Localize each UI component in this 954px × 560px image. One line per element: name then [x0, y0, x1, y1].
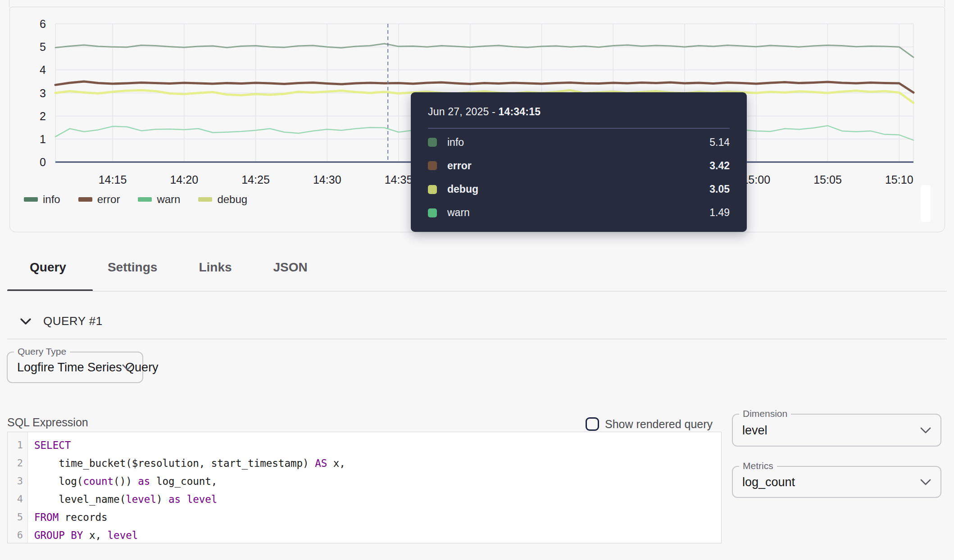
tooltip-swatch-error: [428, 161, 437, 170]
tooltip-swatch-info: [428, 138, 437, 147]
metrics-select[interactable]: Metrics log_count: [732, 466, 941, 498]
sql-text: log(: [34, 475, 83, 487]
tooltip-series-value: 3.05: [709, 183, 730, 195]
query-section-header[interactable]: QUERY #1: [20, 314, 103, 328]
tooltip-series-value: 1.49: [709, 207, 730, 219]
legend-item-error[interactable]: error: [78, 193, 120, 206]
sql-text: ()): [114, 475, 138, 487]
code-line-5: FROM records: [34, 508, 345, 526]
show-rendered-query-checkbox[interactable]: [586, 417, 599, 431]
tooltip-series-label: info: [447, 136, 464, 149]
tooltip-series-label: warn: [447, 207, 470, 219]
query-type-label: Query Type: [14, 346, 70, 357]
sql-text: x,: [83, 529, 107, 541]
tooltip-timestamp: Jun 27, 2025 - 14:34:15: [428, 106, 730, 118]
tooltip-row-debug: debug3.05: [428, 183, 730, 195]
legend-swatch-error: [78, 197, 92, 202]
sql-keyword: FROM: [34, 511, 59, 523]
code-line-2: time_bucket($resolution, start_timestamp…: [34, 454, 345, 472]
chevron-down-icon: [122, 364, 133, 371]
tooltip-time: 14:34:15: [498, 106, 541, 117]
line-number: 6: [8, 526, 27, 544]
tooltip-row-warn: warn1.49: [428, 207, 730, 219]
show-rendered-query-label: Show rendered query: [605, 418, 713, 431]
x-axis-tick-label: 14:25: [241, 173, 270, 186]
sql-expression-label: SQL Expression: [7, 416, 88, 429]
show-rendered-query-control: Show rendered query: [586, 417, 713, 431]
sql-keyword: count: [83, 475, 114, 487]
legend-swatch-debug: [198, 197, 212, 202]
legend-swatch-warn: [138, 197, 152, 202]
sql-keyword: level: [108, 529, 138, 541]
y-axis-tick-label: 6: [40, 18, 46, 30]
metrics-label: Metrics: [739, 461, 777, 471]
legend-label: warn: [157, 193, 180, 206]
sql-keyword: level: [187, 493, 218, 505]
sql-text: ): [156, 493, 168, 505]
x-axis-tick-label: 14:30: [313, 173, 341, 186]
tooltip-row-info: info5.14: [428, 136, 730, 149]
tooltip-rows: info5.14error3.42debug3.05warn1.49: [428, 131, 730, 225]
dimension-value: level: [742, 423, 768, 437]
dimension-select[interactable]: Dimension level: [732, 414, 941, 447]
tab-settings[interactable]: Settings: [108, 260, 157, 275]
editor-gutter: 123456: [8, 432, 28, 543]
tab-query[interactable]: Query: [30, 260, 66, 275]
x-axis-tick-label: 14:35: [385, 173, 413, 186]
chevron-down-icon: [920, 427, 931, 434]
x-axis-tick-label: 15:10: [885, 173, 913, 186]
tabs-divider: [7, 291, 947, 292]
chevron-down-icon: [920, 479, 931, 486]
line-number: 2: [8, 454, 27, 472]
chart-tooltip: Jun 27, 2025 - 14:34:15 info5.14error3.4…: [411, 92, 747, 232]
sql-text: level_name(: [34, 493, 126, 505]
panel-editor-tabs: Query Settings Links JSON: [30, 260, 308, 275]
query-type-select[interactable]: Query Type Logfire Time Series Query: [7, 352, 143, 383]
tab-links[interactable]: Links: [199, 260, 232, 275]
line-number: 3: [8, 472, 27, 490]
y-axis-tick-label: 3: [40, 87, 46, 99]
legend-label: error: [97, 193, 120, 206]
sql-text: time_bucket($resolution, start_timestamp…: [34, 457, 315, 469]
tooltip-divider: [428, 128, 730, 129]
tab-json[interactable]: JSON: [273, 260, 308, 275]
y-axis-tick-label: 2: [40, 110, 46, 122]
sql-text: log_count,: [150, 475, 217, 487]
sql-keyword: AS: [315, 457, 327, 469]
line-number: 1: [8, 436, 27, 454]
tooltip-series-label: debug: [447, 183, 478, 195]
y-axis-tick-label: 0: [40, 156, 46, 168]
tooltip-series-value: 3.42: [709, 160, 730, 172]
y-axis-tick-label: 1: [40, 133, 46, 145]
x-axis-tick-label: 14:20: [170, 173, 198, 186]
tooltip-swatch-warn: [428, 208, 437, 217]
legend-item-warn[interactable]: warn: [138, 193, 180, 206]
code-line-4: level_name(level) as level: [34, 490, 345, 508]
panel-border-stub-left: [9, 0, 9, 7]
tooltip-series-value: 5.14: [709, 136, 730, 149]
tooltip-row-error: error3.42: [428, 160, 730, 172]
panel-border-stub-right: [945, 0, 945, 7]
legend-label: info: [43, 193, 60, 206]
line-number: 4: [8, 490, 27, 508]
query-section-title: QUERY #1: [43, 314, 103, 328]
sql-code-editor[interactable]: 123456 SELECT time_bucket($resolution, s…: [7, 432, 722, 543]
code-line-3: log(count()) as log_count,: [34, 472, 345, 490]
y-axis-tick-label: 4: [40, 63, 46, 76]
tooltip-series-label: error: [447, 160, 472, 172]
sql-keyword: GROUP BY: [34, 529, 83, 541]
legend-item-debug[interactable]: debug: [198, 193, 247, 206]
section-divider: [7, 339, 947, 339]
chart-legend: infoerrorwarndebug: [24, 193, 247, 206]
legend-label: debug: [217, 193, 247, 206]
sql-keyword: as: [168, 493, 181, 505]
editor-code[interactable]: SELECT time_bucket($resolution, start_ti…: [28, 432, 345, 543]
scrollbar-thumb[interactable]: [921, 185, 931, 222]
metrics-value: log_count: [742, 475, 795, 489]
legend-item-info[interactable]: info: [24, 193, 60, 206]
sql-keyword: SELECT: [34, 439, 71, 451]
code-line-6: GROUP BY x, level: [34, 526, 345, 544]
tooltip-swatch-debug: [428, 185, 437, 194]
chevron-down-icon: [20, 318, 32, 325]
x-axis-tick-label: 15:05: [813, 173, 842, 186]
